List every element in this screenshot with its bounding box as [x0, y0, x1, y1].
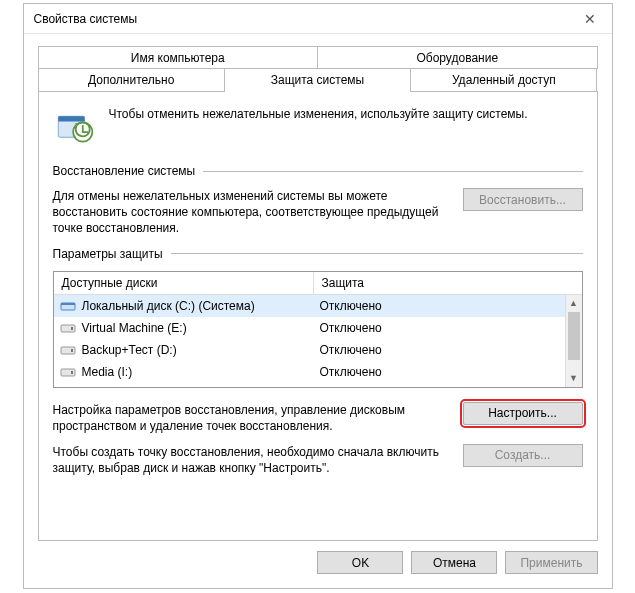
scrollbar[interactable]: ▲ ▼ — [565, 295, 582, 387]
tab-strip: Имя компьютера Оборудование Дополнительн… — [38, 46, 598, 541]
drive-icon — [60, 300, 76, 312]
drive-name: Media (I:) — [82, 365, 133, 379]
restore-button[interactable]: Восстановить... — [463, 188, 583, 211]
tab-system-protection[interactable]: Защита системы — [225, 68, 411, 92]
drive-icon — [60, 322, 76, 334]
svg-rect-6 — [71, 327, 73, 330]
apply-button[interactable]: Применить — [505, 551, 597, 574]
scroll-up-icon[interactable]: ▲ — [566, 295, 582, 312]
restore-shield-icon — [53, 104, 95, 146]
drive-name: Локальный диск (C:) (Система) — [82, 299, 255, 313]
drive-icon — [60, 366, 76, 378]
section-title-protection: Параметры защиты — [53, 247, 163, 261]
section-title-restore: Восстановление системы — [53, 164, 196, 178]
tab-advanced[interactable]: Дополнительно — [38, 68, 225, 91]
col-drive[interactable]: Доступные диски — [54, 272, 314, 294]
table-row[interactable]: Локальный диск (C:) (Система)Отключено — [54, 295, 582, 317]
dialog-footer: OK Отмена Применить — [38, 551, 598, 574]
scroll-track[interactable] — [566, 312, 582, 370]
configure-button[interactable]: Настроить... — [463, 402, 583, 425]
svg-rect-4 — [61, 303, 75, 305]
window-title: Свойства системы — [34, 12, 568, 26]
ok-button[interactable]: OK — [317, 551, 403, 574]
drive-icon — [60, 344, 76, 356]
table-row[interactable]: Virtual Machine (E:)Отключено — [54, 317, 582, 339]
svg-rect-8 — [71, 349, 73, 352]
drive-name: Virtual Machine (E:) — [82, 321, 187, 335]
svg-rect-10 — [71, 371, 73, 374]
drive-status: Отключено — [320, 299, 576, 313]
scroll-down-icon[interactable]: ▼ — [566, 370, 582, 387]
intro-text: Чтобы отменить нежелательные изменения, … — [109, 104, 528, 122]
create-description: Чтобы создать точку восстановления, необ… — [53, 444, 451, 476]
list-header: Доступные диски Защита — [54, 272, 582, 295]
tab-hardware[interactable]: Оборудование — [318, 46, 598, 69]
table-row[interactable]: Backup+Тест (D:)Отключено — [54, 339, 582, 361]
drive-name: Backup+Тест (D:) — [82, 343, 177, 357]
create-button[interactable]: Создать... — [463, 444, 583, 467]
close-icon[interactable]: ✕ — [568, 4, 612, 33]
col-status[interactable]: Защита — [314, 272, 582, 294]
configure-description: Настройка параметров восстановления, упр… — [53, 402, 451, 434]
divider — [203, 171, 582, 172]
cancel-button[interactable]: Отмена — [411, 551, 497, 574]
table-row[interactable]: Media (I:)Отключено — [54, 361, 582, 383]
tab-computer-name[interactable]: Имя компьютера — [38, 46, 319, 69]
drives-list[interactable]: Доступные диски Защита Локальный диск (C… — [53, 271, 583, 388]
divider — [171, 253, 583, 254]
system-properties-window: Свойства системы ✕ Имя компьютера Оборуд… — [23, 3, 613, 589]
titlebar: Свойства системы ✕ — [24, 4, 612, 34]
tab-panel: Чтобы отменить нежелательные изменения, … — [38, 91, 598, 541]
restore-description: Для отмены нежелательных изменений систе… — [53, 188, 451, 237]
svg-rect-1 — [58, 116, 84, 121]
tab-remote[interactable]: Удаленный доступ — [411, 68, 597, 91]
drive-status: Отключено — [320, 321, 576, 335]
drive-status: Отключено — [320, 365, 576, 379]
drive-status: Отключено — [320, 343, 576, 357]
scroll-thumb[interactable] — [568, 312, 580, 360]
